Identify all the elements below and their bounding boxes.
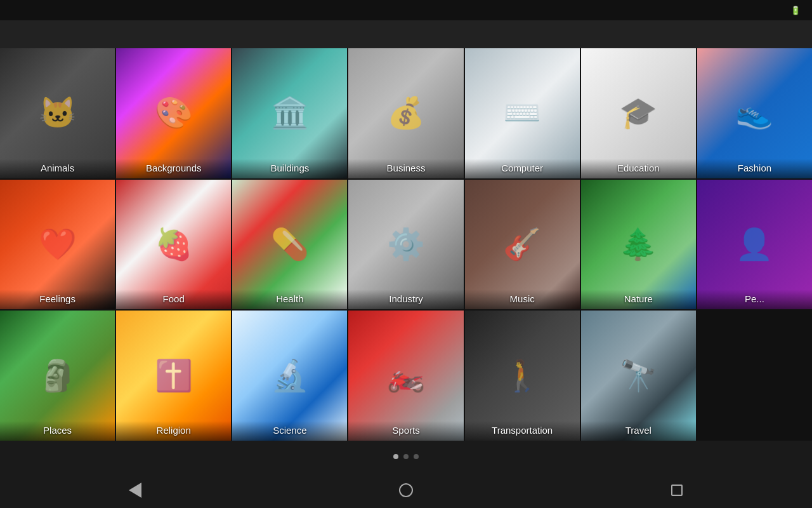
tile-icon-nature: 🌲 [619,227,657,262]
tile-label-transportation: Transportation [465,421,580,441]
category-tile-food[interactable]: 🍓Food [116,180,231,310]
tile-label-sports: Sports [348,421,463,441]
category-tile-music[interactable]: 🎸Music [465,180,580,310]
tile-icon-music: 🎸 [503,227,541,262]
category-tile-buildings[interactable]: 🏛️Buildings [232,48,347,178]
tile-label-nature: Nature [581,290,696,309]
tile-label-buildings: Buildings [232,159,347,178]
category-tile-animals[interactable]: 🐱Animals [0,48,115,178]
tile-label-feelings: Feelings [0,290,115,309]
home-icon [399,483,413,497]
tile-icon-travel: 🔭 [619,358,657,394]
category-tile-backgrounds[interactable]: 🎨Backgrounds [116,48,231,178]
dot-2[interactable] [403,454,409,459]
tile-label-religion: Religion [116,421,231,441]
tile-label-health: Health [232,290,347,309]
category-tile-fashion[interactable]: 👟Fashion [697,48,812,178]
page-indicators [0,441,812,472]
category-tile-business[interactable]: 💰Business [348,48,463,178]
tile-icon-animals: 🐱 [39,95,77,131]
tile-icon-science: 🔬 [271,358,309,394]
category-tile-places[interactable]: 🗿Places [0,311,115,441]
home-button[interactable] [387,478,425,503]
tile-label-animals: Animals [0,159,115,178]
category-tile-nature[interactable]: 🌲Nature [581,180,696,310]
title-bar [0,20,812,48]
tile-label-travel: Travel [581,421,696,441]
tile-label-places: Places [0,421,115,441]
category-tile-transportation[interactable]: 🚶Transportation [465,311,580,441]
tile-icon-food: 🍓 [155,227,193,262]
back-button[interactable] [116,478,154,503]
tile-label-music: Music [465,290,580,309]
tile-icon-computer: ⌨️ [503,95,541,131]
tile-icon-places: 🗿 [39,358,77,394]
tile-icon-industry: ⚙️ [387,227,425,262]
tile-label-science: Science [232,421,347,441]
tile-icon-sports: 🏍️ [387,358,425,394]
tile-icon-education: 🎓 [619,95,657,131]
category-tile-education[interactable]: 🎓Education [581,48,696,178]
category-tile-feelings[interactable]: ❤️Feelings [0,180,115,310]
tile-label-business: Business [348,159,463,178]
tile-icon-buildings: 🏛️ [271,95,309,131]
category-tile-health[interactable]: 💊Health [232,180,347,310]
tile-icon-fashion: 👟 [735,95,773,131]
category-tile-sports[interactable]: 🏍️Sports [348,311,463,441]
category-tile-computer[interactable]: ⌨️Computer [465,48,580,178]
category-tile-industry[interactable]: ⚙️Industry [348,180,463,310]
tile-label-education: Education [581,159,696,178]
back-icon [129,483,141,498]
category-tile-people[interactable]: 👤Pe... [697,180,812,310]
category-tile-science[interactable]: 🔬Science [232,311,347,441]
status-bar: 🔋 [0,0,812,20]
tile-label-fashion: Fashion [697,159,812,178]
recents-button[interactable] [658,478,696,503]
tile-icon-transportation: 🚶 [503,358,541,394]
tile-icon-people: 👤 [735,227,773,262]
category-tile-travel[interactable]: 🔭Travel [581,311,696,441]
tile-icon-health: 💊 [271,227,309,262]
dot-1[interactable] [393,454,398,459]
battery-icon: 🔋 [790,6,801,15]
tile-label-industry: Industry [348,290,463,309]
tile-icon-feelings: ❤️ [39,227,77,262]
tile-label-food: Food [116,290,231,309]
tile-label-people: Pe... [697,290,812,309]
tile-icon-backgrounds: 🎨 [155,95,193,131]
categories-grid: 🐱Animals🎨Backgrounds🏛️Buildings💰Business… [0,48,812,441]
nav-bar [0,472,812,508]
tile-label-backgrounds: Backgrounds [116,159,231,178]
category-tile-religion[interactable]: ✝️Religion [116,311,231,441]
tile-label-computer: Computer [465,159,580,178]
tile-icon-business: 💰 [387,95,425,131]
dot-3[interactable] [414,454,419,459]
recents-icon [671,485,683,496]
tile-icon-religion: ✝️ [155,358,193,394]
